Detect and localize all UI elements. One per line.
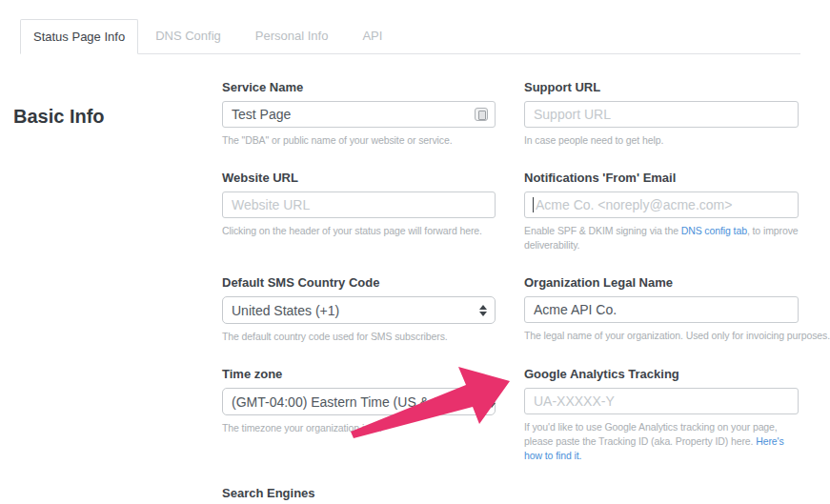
org-legal-name-group: Organization Legal Name The legal name o… bbox=[524, 275, 799, 344]
tab-status-page-info[interactable]: Status Page Info bbox=[20, 19, 138, 54]
help-text: Enable SPF & DKIM signing via the bbox=[524, 225, 681, 236]
support-url-help: In case people need to get help. bbox=[524, 133, 799, 148]
tab-api[interactable]: API bbox=[345, 19, 399, 54]
select-stepper-icon bbox=[488, 396, 496, 408]
notifications-email-label: Notifications 'From' Email bbox=[524, 171, 799, 185]
service-name-label: Service Name bbox=[222, 80, 496, 94]
support-url-group: Support URL In case people need to get h… bbox=[524, 80, 799, 148]
org-legal-name-help: The legal name of your organization. Use… bbox=[524, 329, 799, 343]
google-analytics-help: If you'd like to use Google Analytics tr… bbox=[524, 420, 799, 463]
notifications-email-input[interactable] bbox=[524, 192, 799, 218]
website-url-input[interactable] bbox=[222, 192, 496, 218]
website-url-label: Website URL bbox=[222, 171, 496, 185]
status-page-settings: Status Page Info DNS Config Personal Inf… bbox=[0, 19, 830, 504]
google-analytics-input[interactable] bbox=[524, 388, 799, 414]
service-name-group: Service Name The "DBA" or public name of… bbox=[222, 80, 496, 148]
org-legal-name-label: Organization Legal Name bbox=[524, 275, 799, 290]
sms-country-code-select[interactable]: United States (+1) bbox=[222, 296, 496, 324]
spacer-cell bbox=[524, 486, 799, 504]
sms-country-code-group: Default SMS Country Code United States (… bbox=[222, 275, 496, 344]
dns-config-tab-link[interactable]: DNS config tab bbox=[681, 225, 747, 236]
google-analytics-group: Google Analytics Tracking If you'd like … bbox=[524, 367, 799, 463]
time-zone-group: Time zone (GMT-04:00) Eastern Time (US &… bbox=[222, 367, 496, 463]
service-name-help: The "DBA" or public name of your website… bbox=[222, 133, 496, 148]
time-zone-value: (GMT-04:00) Eastern Time (US & Canada) bbox=[232, 394, 484, 410]
search-engines-label: Search Engines bbox=[222, 486, 496, 500]
select-stepper-icon bbox=[479, 305, 487, 316]
google-analytics-label: Google Analytics Tracking bbox=[524, 367, 799, 381]
sms-country-code-label: Default SMS Country Code bbox=[222, 275, 496, 290]
notifications-email-help: Enable SPF & DKIM signing via the DNS co… bbox=[524, 224, 799, 252]
help-text: If you'd like to use Google Analytics tr… bbox=[524, 421, 778, 447]
time-zone-label: Time zone bbox=[222, 367, 496, 381]
autofill-icon[interactable] bbox=[475, 108, 488, 121]
notifications-email-group: Notifications 'From' Email Enable SPF & … bbox=[524, 171, 799, 252]
website-url-group: Website URL Clicking on the header of yo… bbox=[222, 171, 496, 252]
time-zone-select[interactable]: (GMT-04:00) Eastern Time (US & Canada) bbox=[222, 388, 496, 415]
support-url-input[interactable] bbox=[524, 101, 799, 128]
search-engines-group: Search Engines Hide my status page from … bbox=[222, 486, 496, 504]
sms-country-code-help: The default country code used for SMS su… bbox=[222, 330, 496, 344]
tab-dns-config[interactable]: DNS Config bbox=[138, 19, 238, 54]
time-zone-help: The timezone your organization is in. bbox=[222, 421, 496, 435]
page-title: Basic Info bbox=[13, 106, 105, 128]
basic-info-section: Basic Info Service Name The "DBA" or pub… bbox=[0, 80, 830, 504]
support-url-label: Support URL bbox=[524, 80, 799, 94]
website-url-help: Clicking on the header of your status pa… bbox=[222, 224, 496, 238]
tab-personal-info[interactable]: Personal Info bbox=[238, 19, 346, 54]
text-caret bbox=[533, 197, 534, 212]
service-name-input[interactable] bbox=[222, 101, 496, 128]
sms-country-code-value: United States (+1) bbox=[232, 303, 339, 318]
basic-info-form: Service Name The "DBA" or public name of… bbox=[222, 80, 799, 504]
org-legal-name-input[interactable] bbox=[524, 296, 799, 323]
tab-bar: Status Page Info DNS Config Personal Inf… bbox=[20, 19, 800, 54]
